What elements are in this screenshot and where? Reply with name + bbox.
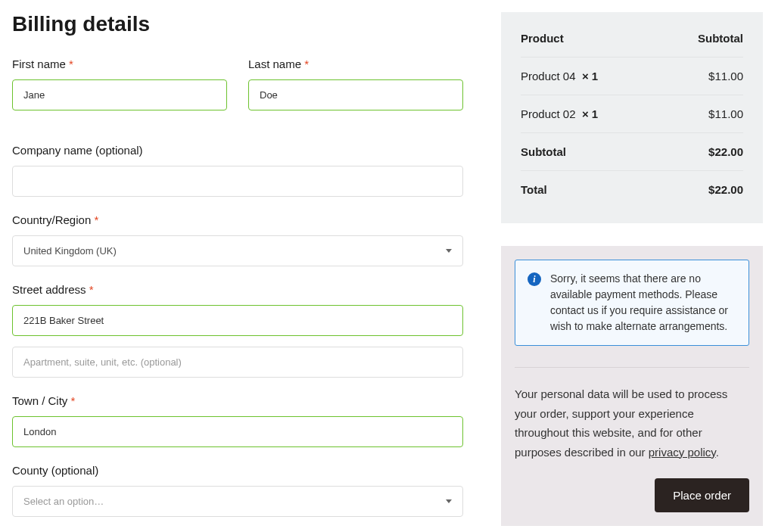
country-value: United Kingdom (UK) xyxy=(23,245,117,257)
county-label: County (optional) xyxy=(12,464,463,477)
chevron-down-icon xyxy=(446,499,452,503)
county-placeholder: Select an option… xyxy=(23,496,104,507)
required-indicator: * xyxy=(89,283,94,296)
first-name-input[interactable] xyxy=(12,79,227,110)
summary-total-row: Total $22.00 xyxy=(521,171,743,208)
company-label: Company name (optional) xyxy=(12,144,463,157)
last-name-input[interactable] xyxy=(248,79,463,110)
payment-box: Sorry, it seems that there are no availa… xyxy=(501,246,763,526)
county-select[interactable]: Select an option… xyxy=(12,486,463,517)
chevron-down-icon xyxy=(446,249,452,253)
country-select[interactable]: United Kingdom (UK) xyxy=(12,235,463,266)
order-summary: Product Subtotal Product 04 × 1 $11.00 P… xyxy=(501,12,763,223)
summary-header-product: Product xyxy=(521,32,564,45)
summary-subtotal-row: Subtotal $22.00 xyxy=(521,133,743,171)
last-name-label: Last name * xyxy=(248,58,463,70)
required-indicator: * xyxy=(304,58,309,70)
city-label: Town / City * xyxy=(12,394,463,407)
info-icon xyxy=(528,272,541,286)
company-input[interactable] xyxy=(12,166,463,197)
privacy-text: Your personal data will be used to proce… xyxy=(515,384,749,462)
summary-header-subtotal: Subtotal xyxy=(698,32,743,45)
country-label: Country/Region * xyxy=(12,213,463,226)
street-address-1-input[interactable] xyxy=(12,305,463,336)
page-title: Billing details xyxy=(12,12,463,36)
divider xyxy=(515,367,749,368)
privacy-policy-link[interactable]: privacy policy xyxy=(649,446,716,459)
payment-notice: Sorry, it seems that there are no availa… xyxy=(515,260,749,346)
summary-item-row: Product 04 × 1 $11.00 xyxy=(521,58,743,95)
city-input[interactable] xyxy=(12,416,463,447)
required-indicator: * xyxy=(69,58,73,70)
place-order-button[interactable]: Place order xyxy=(655,478,749,512)
summary-item-row: Product 02 × 1 $11.00 xyxy=(521,95,743,133)
street-address-2-input[interactable] xyxy=(12,347,463,378)
notice-text: Sorry, it seems that there are no availa… xyxy=(550,271,736,334)
required-indicator: * xyxy=(71,394,76,407)
required-indicator: * xyxy=(94,213,98,226)
first-name-label: First name * xyxy=(12,58,227,70)
street-address-label: Street address * xyxy=(12,283,463,296)
